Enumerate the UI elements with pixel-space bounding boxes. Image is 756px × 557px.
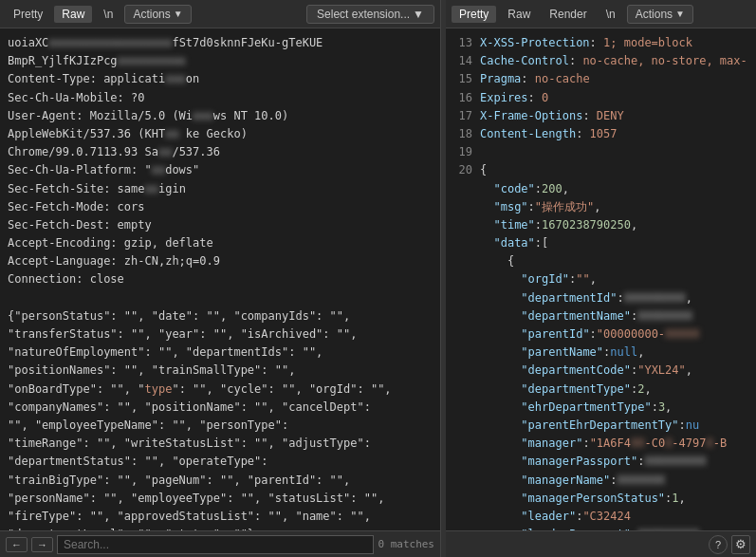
list-item: "departmentId":XXXXXXXXX, bbox=[453, 289, 748, 307]
left-footer: ← → 0 matches bbox=[0, 530, 440, 557]
list-item: "msg":"操作成功", bbox=[453, 198, 748, 216]
nav-forward-button[interactable]: → bbox=[31, 537, 53, 552]
settings-button[interactable]: ⚙ bbox=[731, 535, 750, 554]
left-toolbar: Pretty Raw \n Actions ▼ Select extension… bbox=[0, 0, 440, 28]
list-item: Sec-Fetch-Site: samexxigin bbox=[8, 180, 433, 198]
right-toolbar: Pretty Raw Render \n Actions ▼ bbox=[446, 0, 756, 28]
nav-back-button[interactable]: ← bbox=[6, 537, 28, 552]
list-item: 14 Cache-Control: no-cache, no-store, ma… bbox=[453, 52, 748, 70]
list-item: "personName": "", "employeeType": "", "s… bbox=[8, 490, 433, 508]
list-item: "trainBigType": "", "pageNum": "", "pare… bbox=[8, 472, 433, 490]
list-item: "transferStatus": "", "year": "", "isArc… bbox=[8, 325, 433, 343]
list-item: "parentId":"00000000-XXXXX bbox=[453, 325, 748, 343]
list-item: Sec-Ch-Ua-Platform: "xxdows" bbox=[8, 161, 433, 179]
right-tab-n[interactable]: \n bbox=[599, 6, 623, 23]
right-panel: Pretty Raw Render \n Actions ▼ 13 X-XSS-… bbox=[446, 0, 756, 557]
list-item: "", "employeeTypeName": "", "personType"… bbox=[8, 417, 433, 435]
list-item: { bbox=[453, 252, 748, 270]
right-actions-button[interactable]: Actions ▼ bbox=[627, 5, 693, 24]
list-item: "departmentStatus": "", "operateType": bbox=[8, 453, 433, 471]
left-tab-pretty[interactable]: Pretty bbox=[6, 6, 50, 23]
left-content: uoiaXCxxxxxxxxxxxxxxxxxxfSt7d0sknnFJeKu-… bbox=[0, 28, 440, 530]
list-item: Connection: close bbox=[8, 270, 433, 288]
left-actions-arrow-icon: ▼ bbox=[174, 9, 183, 19]
list-item: Sec-Fetch-Dest: empty bbox=[8, 216, 433, 234]
list-item: 19 bbox=[453, 143, 748, 161]
list-item: 18 Content-Length: 1057 bbox=[453, 125, 748, 143]
list-item: "leader":"C32424 bbox=[453, 508, 748, 526]
right-tab-raw[interactable]: Raw bbox=[500, 6, 538, 23]
list-item: User-Agent: Mozilla/5.0 (Wixxxws NT 10.0… bbox=[8, 107, 433, 125]
list-item: "departmentCode":"YXL24", bbox=[453, 362, 748, 380]
left-panel: Pretty Raw \n Actions ▼ Select extension… bbox=[0, 0, 441, 557]
list-item: "fireType": "", "approvedStatusList": ""… bbox=[8, 508, 433, 526]
right-footer: ? ⚙ bbox=[446, 530, 756, 557]
right-tab-pretty[interactable]: Pretty bbox=[452, 6, 496, 23]
left-actions-label: Actions bbox=[133, 8, 170, 21]
list-item: "parentEhrDepartmentTy":nu bbox=[453, 417, 748, 435]
left-actions-button[interactable]: Actions ▼ bbox=[124, 5, 191, 24]
right-tab-render[interactable]: Render bbox=[542, 6, 594, 23]
list-item: uoiaXCxxxxxxxxxxxxxxxxxxfSt7d0sknnFJeKu-… bbox=[8, 34, 433, 52]
list-item: "managerPassport":XXXXXXXXX bbox=[453, 453, 748, 471]
select-ext-arrow-icon: ▼ bbox=[413, 8, 424, 21]
list-item: "natureOfEmployment": "", "departmentIds… bbox=[8, 343, 433, 362]
help-button[interactable]: ? bbox=[709, 535, 728, 554]
list-item: "manager":"1A6F4XX-C0X-4797X-B bbox=[453, 435, 748, 453]
list-item bbox=[8, 289, 433, 307]
list-item: BmpR_YjlfKJIzPcgxxxxxxxxxx bbox=[8, 52, 433, 70]
left-tab-n[interactable]: \n bbox=[96, 6, 120, 23]
right-actions-arrow-icon: ▼ bbox=[675, 9, 685, 19]
list-item: 13 X-XSS-Protection: 1; mode=block bbox=[453, 34, 748, 52]
matches-label: 0 matches bbox=[378, 538, 434, 550]
list-item: 15 Pragma: no-cache bbox=[453, 70, 748, 88]
list-item: "positionNames": "", "trainSmallType": "… bbox=[8, 362, 433, 380]
list-item: AppleWebKit/537.36 (KHTxx ke Gecko) bbox=[8, 125, 433, 143]
list-item: 16 Expires: 0 bbox=[453, 89, 748, 107]
right-content: 13 X-XSS-Protection: 1; mode=block 14 Ca… bbox=[446, 28, 756, 530]
list-item: "orgId":"", bbox=[453, 270, 748, 288]
select-extension-button[interactable]: Select extension... ▼ bbox=[306, 5, 434, 24]
list-item: Accept-Encoding: gzip, deflate bbox=[8, 234, 433, 252]
list-item: Content-Type: applicatixxxon bbox=[8, 70, 433, 88]
list-item: Chrome/99.0.7113.93 Saxx/537.36 bbox=[8, 143, 433, 161]
list-item: "onBoardType": "", "type": "", "cycle": … bbox=[8, 381, 433, 399]
list-item: "code":200, bbox=[453, 180, 748, 198]
list-item: "departmentName":XXXXXXXX bbox=[453, 307, 748, 325]
list-item: 20 { bbox=[453, 161, 748, 179]
list-item: "time":1670238790250, bbox=[453, 216, 748, 234]
list-item: Accept-Language: zh-CN,zh;q=0.9 bbox=[8, 252, 433, 270]
list-item: 17 X-Frame-Options: DENY bbox=[453, 107, 748, 125]
right-actions-label: Actions bbox=[636, 8, 673, 21]
list-item: "companyNames": "", "positionName": "", … bbox=[8, 399, 433, 417]
main-container: Pretty Raw \n Actions ▼ Select extension… bbox=[0, 0, 756, 557]
list-item: Sec-Ch-Ua-Mobile: ?0 bbox=[8, 89, 433, 107]
list-item: Sec-Fetch-Mode: cors bbox=[8, 198, 433, 216]
search-input[interactable] bbox=[57, 535, 374, 554]
list-item: "managerName":XXXXXXX bbox=[453, 472, 748, 490]
list-item: "managerPersonStatus":1, bbox=[453, 490, 748, 508]
list-item: "ehrDepartmentType":3, bbox=[453, 399, 748, 417]
list-item: "data":[ bbox=[453, 234, 748, 252]
list-item: "timeRange": "", "writeStatusList": "", … bbox=[8, 435, 433, 453]
left-tab-raw[interactable]: Raw bbox=[54, 6, 92, 23]
list-item: {"personStatus": "", "date": "", "compan… bbox=[8, 307, 433, 325]
select-extension-label: Select extension... bbox=[317, 8, 410, 21]
list-item: "departmentType":2, bbox=[453, 381, 748, 399]
list-item: "parentName":null, bbox=[453, 343, 748, 362]
